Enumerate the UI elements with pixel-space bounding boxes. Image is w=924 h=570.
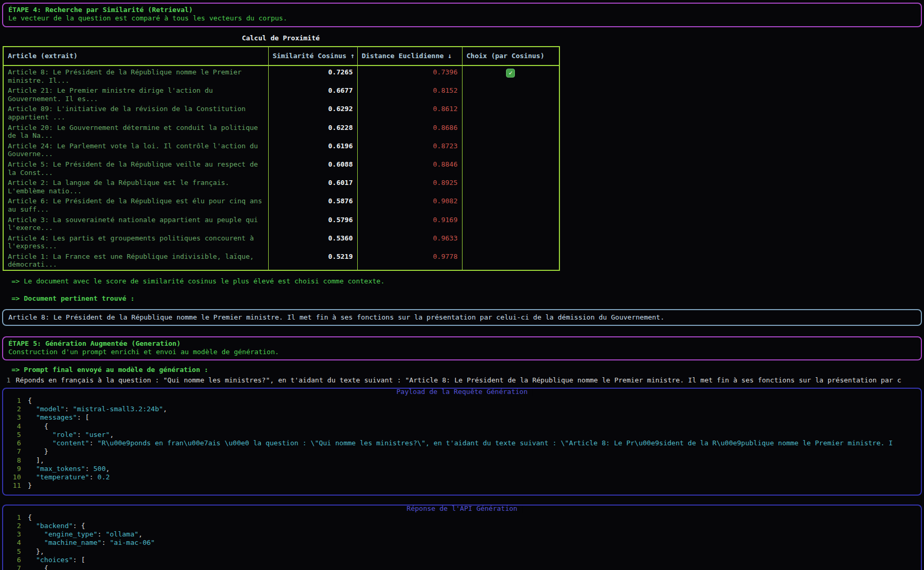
found-note: => Document pertinent trouvé : bbox=[12, 294, 922, 303]
distance-value: 0.9169 bbox=[357, 215, 462, 233]
line-number: 5 bbox=[6, 431, 21, 439]
line-number: 2 bbox=[6, 405, 21, 413]
distance-value: 0.8152 bbox=[357, 85, 462, 104]
etape4-title: ÉTAPE 4: Recherche par Similarité (Retri… bbox=[8, 6, 916, 14]
distance-value: 0.9778 bbox=[357, 251, 462, 270]
etape5-title: ÉTAPE 5: Génération Augmentée (Generatio… bbox=[8, 339, 916, 348]
choice-cell bbox=[462, 215, 559, 233]
choice-cell bbox=[462, 196, 559, 214]
column-distance: Distance Euclidienne ↓ bbox=[357, 47, 462, 65]
code-line: 8 ], bbox=[6, 456, 918, 465]
line-number: 1 bbox=[6, 397, 21, 405]
code-text: ], bbox=[28, 456, 44, 465]
prompt-code: 1Réponds en français à la question : "Qu… bbox=[2, 376, 922, 385]
distance-value: 0.9633 bbox=[357, 233, 462, 251]
code-line: 3 "engine_type": "ollama", bbox=[6, 530, 918, 539]
cosine-value: 0.5219 bbox=[268, 251, 357, 270]
etape5-subtitle: Construction d'un prompt enrichi et envo… bbox=[8, 348, 916, 356]
code-text: "model": "mistral-small3.2:24b", bbox=[28, 405, 167, 413]
code-line: 1Réponds en français à la question : "Qu… bbox=[2, 376, 922, 385]
selection-note: => Le document avec le score de similari… bbox=[12, 277, 922, 286]
choice-cell bbox=[462, 233, 559, 251]
column-cosinus: Similarité Cosinus ↑ bbox=[268, 47, 357, 65]
cosine-value: 0.6088 bbox=[268, 159, 357, 178]
code-line: 10 "temperature": 0.2 bbox=[6, 473, 918, 481]
article-cell: Article 8: Le Président de la République… bbox=[3, 65, 268, 85]
etape5-panel: ÉTAPE 5: Génération Augmentée (Generatio… bbox=[2, 336, 922, 361]
checkmark-icon: ✓ bbox=[506, 69, 515, 78]
article-cell: Article 5: Le Président de la République… bbox=[3, 159, 268, 178]
code-line: 4 { bbox=[6, 422, 918, 431]
article-cell: Article 1: La France est une République … bbox=[3, 251, 268, 270]
line-number: 6 bbox=[6, 439, 21, 447]
code-text: "role": "user", bbox=[28, 431, 114, 439]
distance-value: 0.8925 bbox=[357, 178, 462, 196]
table-row: Article 3: La souveraineté nationale app… bbox=[3, 215, 559, 233]
line-number: 3 bbox=[6, 413, 21, 422]
code-text: { bbox=[28, 564, 48, 570]
choice-cell bbox=[462, 104, 559, 122]
article-cell: Article 20: Le Gouvernement détermine et… bbox=[3, 123, 268, 141]
cosine-value: 0.6677 bbox=[268, 85, 357, 104]
distance-value: 0.9082 bbox=[357, 196, 462, 214]
prompt-label: => Prompt final envoyé au modèle de géné… bbox=[12, 366, 922, 374]
line-number: 5 bbox=[6, 547, 21, 556]
distance-value: 0.8846 bbox=[357, 159, 462, 178]
payload-code: 1{2 "model": "mistral-small3.2:24b",3 "m… bbox=[6, 397, 918, 490]
code-line: 6 "choices": [ bbox=[6, 556, 918, 564]
proximity-table: Article (extrait) Similarité Cosinus ↑ D… bbox=[3, 46, 560, 271]
line-number: 4 bbox=[6, 539, 21, 547]
cosine-value: 0.6017 bbox=[268, 178, 357, 196]
table-row: Article 1: La France est une République … bbox=[3, 251, 559, 270]
distance-value: 0.8723 bbox=[357, 141, 462, 159]
code-line: 5 "role": "user", bbox=[6, 431, 918, 439]
table-header: Article (extrait) Similarité Cosinus ↑ D… bbox=[3, 47, 559, 65]
code-text: "temperature": 0.2 bbox=[28, 473, 110, 481]
code-text: { bbox=[28, 513, 32, 522]
table-row: Article 2: La langue de la République es… bbox=[3, 178, 559, 196]
response-panel: Réponse de l'API Génération 1{2 "backend… bbox=[2, 505, 922, 570]
cosine-value: 0.5360 bbox=[268, 233, 357, 251]
table-row: Article 89: L'initiative de la révision … bbox=[3, 104, 559, 122]
table-header-row: Article (extrait) Similarité Cosinus ↑ D… bbox=[3, 47, 559, 65]
line-number: 6 bbox=[6, 556, 21, 564]
code-text: } bbox=[28, 481, 32, 490]
cosine-value: 0.5876 bbox=[268, 196, 357, 214]
code-text: "content": "R\u00e9ponds en fran\u00e7ai… bbox=[28, 439, 893, 447]
code-line: 1{ bbox=[6, 513, 918, 522]
code-text: "machine_name": "ai-mac-06" bbox=[28, 539, 155, 547]
line-number: 8 bbox=[6, 456, 21, 465]
table-row: Article 4: Les partis et groupements pol… bbox=[3, 233, 559, 251]
distance-value: 0.8612 bbox=[357, 104, 462, 122]
choice-cell bbox=[462, 141, 559, 159]
table-row: Article 5: Le Président de la République… bbox=[3, 159, 559, 178]
code-text: Réponds en français à la question : "Qui… bbox=[16, 376, 901, 385]
choice-cell bbox=[462, 251, 559, 270]
line-number: 9 bbox=[6, 465, 21, 473]
code-line: 5 }, bbox=[6, 547, 918, 556]
cosine-value: 0.7265 bbox=[268, 65, 357, 85]
code-text: "choices": [ bbox=[28, 556, 85, 564]
line-number: 7 bbox=[6, 564, 21, 570]
etape4-subtitle: Le vecteur de la question est comparé à … bbox=[8, 14, 916, 23]
line-number: 1 bbox=[2, 376, 10, 385]
cosine-value: 0.6196 bbox=[268, 141, 357, 159]
cosine-value: 0.6228 bbox=[268, 123, 357, 141]
choice-cell bbox=[462, 123, 559, 141]
article-cell: Article 4: Les partis et groupements pol… bbox=[3, 233, 268, 251]
code-text: { bbox=[28, 397, 32, 405]
response-panel-title: Réponse de l'API Génération bbox=[401, 505, 522, 513]
etape4-panel: ÉTAPE 4: Recherche par Similarité (Retri… bbox=[2, 3, 922, 27]
table-row: Article 21: Le Premier ministre dirige l… bbox=[3, 85, 559, 104]
code-text: "max_tokens": 500, bbox=[28, 465, 110, 473]
distance-value: 0.8686 bbox=[357, 123, 462, 141]
choice-cell bbox=[462, 159, 559, 178]
response-code: 1{2 "backend": {3 "engine_type": "ollama… bbox=[6, 513, 918, 570]
code-text: { bbox=[28, 422, 48, 431]
choice-cell: ✓ bbox=[462, 65, 559, 85]
column-choix: Choix (par Cosinus) bbox=[462, 47, 559, 65]
code-line: 7 } bbox=[6, 447, 918, 456]
column-article: Article (extrait) bbox=[3, 47, 268, 65]
line-number: 11 bbox=[6, 481, 21, 490]
line-number: 7 bbox=[6, 447, 21, 456]
